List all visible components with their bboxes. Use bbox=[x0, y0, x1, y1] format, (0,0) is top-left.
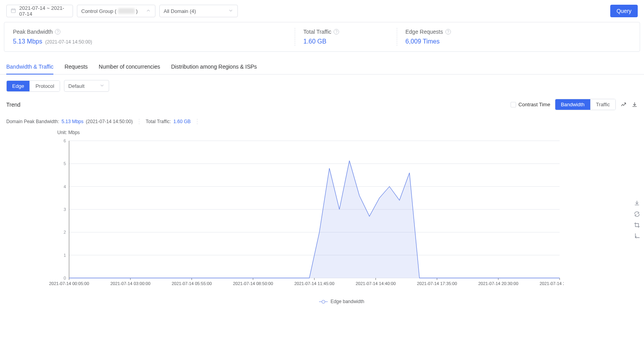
chart-container: Unit: Mbps 01234562021-07-14 00:05:00202… bbox=[6, 130, 638, 304]
summary-peak-time: (2021-07-14 14:50:00) bbox=[86, 119, 133, 124]
svg-text:2021-07-14 05:55:00: 2021-07-14 05:55:00 bbox=[171, 281, 212, 286]
stat-label: Edge Requests bbox=[405, 29, 443, 35]
side-tools bbox=[634, 200, 640, 239]
svg-text:0: 0 bbox=[64, 276, 66, 280]
stat-peak-bandwidth: Peak Bandwidth ? 5.13 Mbps (2021-07-14 1… bbox=[4, 22, 295, 51]
bandwidth-traffic-segment: Bandwidth Traffic bbox=[555, 99, 616, 110]
summary-peak-value: 5.13 Mbps bbox=[62, 119, 84, 124]
chevron-down-icon bbox=[228, 8, 234, 14]
checkbox-icon bbox=[511, 102, 516, 107]
svg-text:4: 4 bbox=[64, 184, 66, 189]
tab-distribution[interactable]: Distribution among Regions & ISPs bbox=[171, 60, 257, 74]
summary-traffic-label: Total Traffic: bbox=[146, 119, 171, 124]
stat-label: Peak Bandwidth bbox=[13, 29, 53, 35]
stat-subvalue: (2021-07-14 14:50:00) bbox=[45, 39, 92, 45]
svg-text:2021-07-14 08:50:00: 2021-07-14 08:50:00 bbox=[233, 281, 273, 286]
chart-actions bbox=[620, 102, 638, 108]
reset-crop-icon[interactable] bbox=[634, 233, 640, 239]
date-range-value: 2021-07-14 ~ 2021-07-14 bbox=[19, 5, 69, 17]
help-icon[interactable]: ? bbox=[55, 29, 60, 35]
control-group-prefix: Control Group ( bbox=[81, 8, 117, 14]
unit-label: Unit: Mbps bbox=[57, 130, 80, 135]
svg-text:2021-07-14 00:05:00: 2021-07-14 00:05:00 bbox=[49, 281, 89, 286]
tab-requests[interactable]: Requests bbox=[64, 60, 88, 74]
stat-value: 5.13 Mbps bbox=[13, 38, 42, 45]
chart-legend: Edge bandwidth bbox=[46, 295, 638, 304]
date-range-picker[interactable]: 2021-07-14 ~ 2021-07-14 bbox=[6, 5, 73, 17]
stat-total-traffic: Total Traffic ? 1.60 GB bbox=[295, 22, 397, 51]
query-button[interactable]: Query bbox=[610, 5, 638, 17]
bandwidth-chart[interactable]: 01234562021-07-14 00:05:002021-07-14 03:… bbox=[46, 137, 564, 294]
chevron-up-icon bbox=[146, 8, 151, 14]
domain-select[interactable]: All Domain (4) bbox=[159, 5, 238, 17]
legend-label: Edge bandwidth bbox=[330, 299, 364, 304]
filter-bar: 2021-07-14 ~ 2021-07-14 Control Group ( … bbox=[0, 0, 644, 22]
contrast-label: Contrast Time bbox=[518, 102, 550, 107]
stat-value: 1.60 GB bbox=[303, 38, 388, 45]
svg-text:2021-07-14 14:40:00: 2021-07-14 14:40:00 bbox=[356, 281, 396, 286]
svg-text:2021-07-14 20:30:00: 2021-07-14 20:30:00 bbox=[478, 281, 518, 286]
segment-traffic[interactable]: Traffic bbox=[590, 99, 615, 110]
tab-bandwidth-traffic[interactable]: Bandwidth & Traffic bbox=[6, 60, 53, 75]
svg-text:2021-07-14 11:45:00: 2021-07-14 11:45:00 bbox=[294, 281, 334, 286]
line-chart-icon[interactable] bbox=[620, 102, 627, 108]
stats-card: Peak Bandwidth ? 5.13 Mbps (2021-07-14 1… bbox=[4, 22, 640, 52]
svg-text:6: 6 bbox=[64, 138, 66, 143]
subcontrols: Edge Protocol Default bbox=[0, 75, 644, 97]
svg-text:3: 3 bbox=[64, 207, 66, 212]
calendar-icon bbox=[11, 8, 16, 15]
legend-marker-icon bbox=[319, 302, 328, 302]
chevron-down-icon bbox=[99, 83, 105, 89]
svg-text:5: 5 bbox=[64, 161, 66, 166]
control-group-select[interactable]: Control Group ( ) bbox=[77, 5, 155, 17]
svg-text:2: 2 bbox=[64, 230, 66, 234]
download-icon[interactable] bbox=[634, 200, 640, 206]
segment-edge[interactable]: Edge bbox=[7, 81, 29, 91]
svg-text:1: 1 bbox=[64, 253, 66, 258]
default-select[interactable]: Default bbox=[64, 80, 109, 92]
redacted-group-name bbox=[118, 8, 135, 14]
refresh-icon[interactable] bbox=[634, 211, 640, 217]
svg-rect-0 bbox=[11, 9, 16, 12]
trend-title: Trend bbox=[6, 102, 20, 108]
crop-icon[interactable] bbox=[634, 222, 640, 228]
stat-label: Total Traffic bbox=[303, 29, 331, 35]
summary-line: Domain Peak Bandwidth: 5.13 Mbps (2021-0… bbox=[0, 112, 644, 127]
svg-text:2021-07-14 23:25:00: 2021-07-14 23:25:00 bbox=[540, 281, 564, 286]
summary-traffic-value: 1.60 GB bbox=[173, 119, 191, 124]
stat-edge-requests: Edge Requests ? 6,009 Times bbox=[397, 22, 460, 51]
domain-value: All Domain (4) bbox=[164, 8, 196, 14]
trend-header: Trend Contrast Time Bandwidth Traffic bbox=[0, 97, 644, 112]
summary-peak-label: Domain Peak Bandwidth: bbox=[6, 119, 59, 124]
download-icon[interactable] bbox=[631, 102, 638, 108]
contrast-time-checkbox[interactable]: Contrast Time bbox=[511, 102, 550, 107]
tab-concurrencies[interactable]: Number of concurrencies bbox=[99, 60, 160, 74]
segment-bandwidth[interactable]: Bandwidth bbox=[555, 99, 590, 110]
main-tabs: Bandwidth & Traffic Requests Number of c… bbox=[0, 60, 644, 75]
default-label: Default bbox=[68, 83, 84, 89]
svg-text:2021-07-14 03:00:00: 2021-07-14 03:00:00 bbox=[110, 281, 150, 286]
help-icon[interactable]: ? bbox=[334, 29, 339, 35]
stat-value: 6,009 Times bbox=[405, 38, 451, 45]
separator bbox=[197, 119, 197, 124]
segment-protocol[interactable]: Protocol bbox=[29, 81, 60, 91]
control-group-suffix: ) bbox=[136, 8, 138, 14]
help-icon[interactable]: ? bbox=[445, 29, 451, 35]
separator bbox=[139, 119, 139, 124]
edge-protocol-segment: Edge Protocol bbox=[6, 80, 60, 92]
svg-text:2021-07-14 17:35:00: 2021-07-14 17:35:00 bbox=[417, 281, 457, 286]
